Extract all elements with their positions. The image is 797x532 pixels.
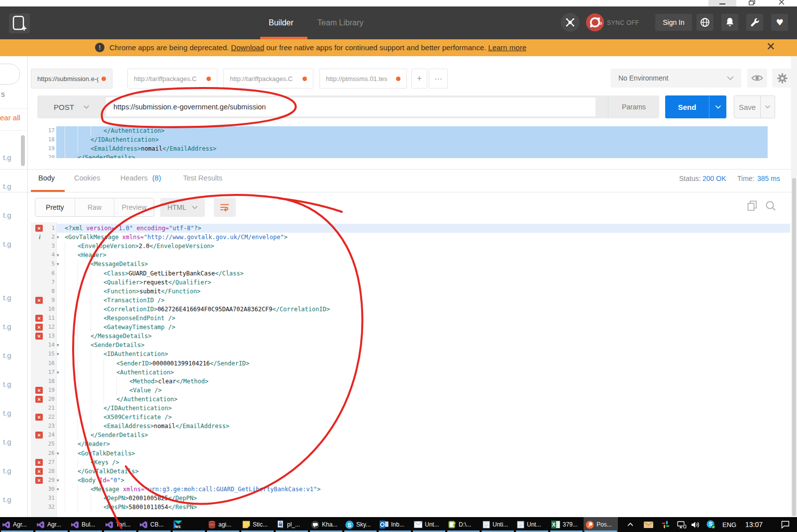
request-tab-2[interactable]: http://tariffpackages.C: [127, 69, 217, 89]
history-item[interactable]: t.g: [3, 409, 11, 417]
taskbar-item-9[interactable]: pl_...: [275, 517, 309, 532]
globe-button[interactable]: [697, 14, 713, 31]
tray-mail[interactable]: [641, 517, 656, 532]
history-item[interactable]: t.g: [3, 322, 11, 331]
environment-preview-button[interactable]: [747, 69, 767, 88]
taskbar-item-1[interactable]: Agr...: [0, 517, 34, 532]
request-body-editor[interactable]: 17</Authentication>18</IDAuthentication>…: [31, 123, 768, 158]
language-dropdown[interactable]: HTML: [160, 198, 205, 217]
bell-icon: [725, 17, 734, 27]
tab-response-headers[interactable]: Headers: [120, 174, 148, 182]
taskbar-item-11[interactable]: SSky...: [343, 517, 378, 532]
tray-language[interactable]: ENG: [722, 517, 736, 532]
view-preview[interactable]: Preview: [114, 198, 154, 216]
tab-builder[interactable]: Builder: [269, 18, 294, 27]
save-button[interactable]: Save: [734, 95, 775, 118]
restore-button[interactable]: [744, 0, 759, 6]
taskbar-item-4[interactable]: Tari...: [103, 517, 137, 532]
tray-expand-button[interactable]: [623, 517, 638, 532]
settings-button[interactable]: [746, 14, 763, 31]
taskbar-item-12[interactable]: Inb...: [378, 517, 412, 532]
history-item[interactable]: t.g: [3, 293, 11, 302]
history-item[interactable]: t.g: [3, 182, 11, 190]
new-request-button[interactable]: [9, 13, 30, 33]
params-button[interactable]: Params: [608, 95, 659, 118]
view-raw[interactable]: Raw: [75, 198, 115, 216]
sidebar-search-pill[interactable]: [0, 64, 20, 85]
line-number: 32: [37, 503, 55, 512]
environment-dropdown[interactable]: No Environment: [610, 69, 741, 88]
view-pretty[interactable]: Pretty: [35, 198, 75, 216]
tab-response-body[interactable]: Body: [38, 174, 55, 182]
taskbar-item-3[interactable]: Bul...: [69, 517, 103, 532]
sync-status-label: SYNC OFF: [607, 19, 639, 26]
wrap-lines-button[interactable]: [214, 198, 236, 217]
tray-skype[interactable]: S: [703, 517, 718, 532]
new-request-tab-button[interactable]: +: [411, 69, 427, 89]
taskbar-item-8[interactable]: Stic...: [240, 517, 275, 532]
history-item[interactable]: t.g: [3, 380, 11, 388]
history-item[interactable]: t.g: [3, 438, 11, 446]
close-button[interactable]: [774, 0, 789, 6]
request-tab-1[interactable]: https://submission.e-g: [31, 69, 112, 89]
history-item[interactable]: t.g: [3, 466, 11, 475]
method-dropdown[interactable]: POST: [54, 95, 90, 118]
learn-more-link[interactable]: Learn more: [488, 43, 526, 52]
sidebar-scrollbar[interactable]: [21, 135, 25, 166]
fold-caret[interactable]: ▾: [57, 341, 59, 350]
history-item[interactable]: t.g: [3, 153, 11, 162]
tray-volume[interactable]: [688, 517, 703, 532]
sync-button[interactable]: [586, 13, 604, 32]
environment-settings-button[interactable]: [772, 69, 792, 88]
tray-network[interactable]: [674, 517, 689, 532]
sign-in-button[interactable]: Sign In: [655, 14, 692, 31]
taskbar-item-14[interactable]: D:\...: [446, 517, 481, 532]
notifications-button[interactable]: [721, 14, 738, 31]
fold-caret[interactable]: ▾: [57, 449, 59, 458]
save-options-chevron[interactable]: [761, 96, 775, 118]
taskbar-item-7[interactable]: agi...: [206, 517, 240, 532]
history-item[interactable]: t.g: [3, 211, 11, 219]
fold-caret[interactable]: ▾: [57, 251, 59, 260]
url-input[interactable]: https://submission.e-government.ge/submi…: [106, 97, 596, 116]
fold-caret[interactable]: ▾: [57, 260, 59, 268]
interceptor-button[interactable]: [561, 13, 580, 32]
tab-test-results[interactable]: Test Results: [183, 174, 222, 182]
tab-response-cookies[interactable]: Cookies: [74, 174, 100, 182]
taskbar-item-5[interactable]: CB...: [137, 517, 172, 532]
history-item[interactable]: t.g: [3, 351, 11, 359]
search-response-button[interactable]: [765, 200, 776, 213]
taskbar-item-13[interactable]: Unt...: [412, 517, 446, 532]
taskbar-item-17[interactable]: X379...: [549, 517, 584, 532]
fold-caret[interactable]: ▾: [57, 476, 59, 485]
copy-response-button[interactable]: [747, 200, 757, 213]
banner-close-icon[interactable]: ✕: [766, 40, 775, 53]
fold-caret[interactable]: ▾: [57, 350, 59, 358]
taskbar-item-18[interactable]: Pos...: [584, 517, 618, 532]
tray-action-center[interactable]: [777, 517, 793, 532]
send-options-chevron[interactable]: [709, 95, 726, 118]
tray-slack[interactable]: [659, 517, 673, 532]
more-tabs-button[interactable]: ⋯: [429, 69, 448, 89]
send-button[interactable]: Send: [665, 95, 726, 118]
request-tab-3[interactable]: http://tariffpackages.C: [223, 69, 313, 89]
history-item[interactable]: t.g: [3, 240, 11, 248]
clear-all-link[interactable]: ear all: [0, 113, 20, 122]
favorites-button[interactable]: ♥: [771, 14, 788, 31]
taskbar-item-6[interactable]: WS: [172, 517, 206, 532]
request-tab-4[interactable]: http://ptmssms.01.tes: [319, 69, 407, 89]
minimize-button[interactable]: [708, 0, 736, 6]
taskbar-item-2[interactable]: Agr...: [34, 517, 69, 532]
fold-caret[interactable]: ▾: [57, 485, 59, 494]
taskbar-item-16[interactable]: Unt...: [515, 517, 549, 532]
tray-clock[interactable]: 13:07: [745, 517, 763, 532]
taskbar-item-15[interactable]: Unti...: [481, 517, 515, 532]
response-body-editor[interactable]: ×1<?xml version="1.0" encoding="utf-8"?>…: [31, 222, 790, 517]
fold-caret[interactable]: ▾: [57, 368, 59, 377]
download-link[interactable]: Download: [231, 43, 264, 52]
fold-caret[interactable]: ▾: [57, 233, 59, 242]
window-scrollbar[interactable]: [791, 56, 797, 517]
history-item[interactable]: t.g: [3, 495, 11, 504]
taskbar-item-10[interactable]: Kha...: [309, 517, 343, 532]
tab-team-library[interactable]: Team Library: [317, 18, 363, 27]
